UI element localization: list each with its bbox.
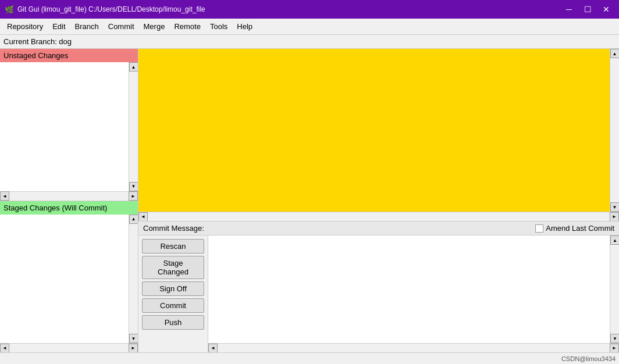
window-controls: ─ ☐ ✕ <box>561 3 614 15</box>
bottom-layout: Rescan Stage Changed Sign Off Commit Pus… <box>138 235 619 352</box>
commit-button[interactable]: Commit <box>142 298 204 313</box>
stage-changed-button[interactable]: Stage Changed <box>142 256 204 279</box>
buttons-column: Rescan Stage Changed Sign Off Commit Pus… <box>138 235 208 352</box>
commit-area: Commit Message: Amend Last Commit Rescan… <box>138 221 619 352</box>
scroll-right-arrow[interactable]: ► <box>129 191 138 201</box>
staged-scroll-up[interactable]: ▲ <box>129 215 138 224</box>
main-content: Unstaged Changes ▲ ▼ ◄ ► Staged Changes … <box>0 49 619 352</box>
amend-label: Amend Last Commit <box>546 224 614 233</box>
menu-help[interactable]: Help <box>232 19 257 34</box>
branch-bar: Current Branch: dog <box>0 35 619 49</box>
diff-scrollbar-v[interactable]: ▲ ▼ <box>610 49 619 212</box>
staged-scroll-right[interactable]: ► <box>129 344 138 353</box>
staged-scroll-down[interactable]: ▼ <box>129 334 138 343</box>
left-panel: Unstaged Changes ▲ ▼ ◄ ► Staged Changes … <box>0 49 138 352</box>
scroll-down-arrow[interactable]: ▼ <box>129 182 138 191</box>
scroll-left-arrow[interactable]: ◄ <box>0 191 9 201</box>
close-button[interactable]: ✕ <box>598 3 614 15</box>
menu-merge[interactable]: Merge <box>139 19 170 34</box>
amend-checkbox[interactable] <box>535 224 543 233</box>
message-scrollbar-v[interactable]: ▲ ▼ <box>610 235 619 343</box>
commit-message-bar: Commit Message: Amend Last Commit <box>138 221 619 235</box>
message-area: ▲ ▼ ◄ ► <box>208 235 619 352</box>
right-panel: ▲ ▼ ◄ ► Commit Message: Amend Last Commi… <box>138 49 619 352</box>
status-bar: CSDN@limou3434 <box>0 352 619 364</box>
menu-bar: Repository Edit Branch Commit Merge Remo… <box>0 19 619 35</box>
unstaged-header: Unstaged Changes <box>0 49 138 62</box>
menu-tools[interactable]: Tools <box>205 19 232 34</box>
window-title: Git Gui (limou_git_file) C:/Users/DELL/D… <box>17 5 205 13</box>
minimize-button[interactable]: ─ <box>561 3 577 15</box>
amend-container: Amend Last Commit <box>535 224 614 233</box>
diff-scroll-left[interactable]: ◄ <box>138 212 148 222</box>
staged-header: Staged Changes (Will Commit) <box>0 201 138 215</box>
menu-repository[interactable]: Repository <box>2 19 48 34</box>
unstaged-panel: Unstaged Changes ▲ ▼ ◄ ► <box>0 49 138 201</box>
menu-branch[interactable]: Branch <box>70 19 104 34</box>
push-button[interactable]: Push <box>142 315 204 330</box>
staged-content[interactable]: ▲ ▼ <box>0 215 138 344</box>
scroll-up-arrow[interactable]: ▲ <box>129 62 138 72</box>
diff-scroll-down[interactable]: ▼ <box>610 202 620 212</box>
app-icon: 🌿 <box>5 5 14 14</box>
msg-scroll-up[interactable]: ▲ <box>610 235 619 245</box>
menu-remote[interactable]: Remote <box>169 19 205 34</box>
staged-scroll-left[interactable]: ◄ <box>0 344 9 353</box>
staged-panel: Staged Changes (Will Commit) ▲ ▼ ◄ ► <box>0 201 138 353</box>
unstaged-scrollbar-v[interactable]: ▲ ▼ <box>129 62 138 191</box>
rescan-button[interactable]: Rescan <box>142 239 204 254</box>
diff-scroll-right[interactable]: ► <box>610 212 619 222</box>
menu-edit[interactable]: Edit <box>48 19 70 34</box>
diff-scrollbar-h[interactable]: ◄ ► <box>138 212 619 221</box>
diff-scroll-up[interactable]: ▲ <box>610 49 620 58</box>
title-bar: 🌿 Git Gui (limou_git_file) C:/Users/DELL… <box>0 0 619 19</box>
staged-scrollbar-h[interactable]: ◄ ► <box>0 343 138 352</box>
unstaged-content[interactable]: ▲ ▼ <box>0 62 138 191</box>
msg-scrollbar-h[interactable]: ◄ ► <box>208 343 619 352</box>
sign-off-button[interactable]: Sign Off <box>142 281 204 296</box>
menu-commit[interactable]: Commit <box>104 19 139 34</box>
staged-scrollbar-v[interactable]: ▲ ▼ <box>129 215 138 344</box>
status-text: CSDN@limou3434 <box>561 355 616 362</box>
msg-scroll-left[interactable]: ◄ <box>208 344 218 353</box>
current-branch-label: Current Branch: dog <box>3 37 72 46</box>
diff-area: ▲ ▼ <box>138 49 619 212</box>
unstaged-scrollbar-h[interactable]: ◄ ► <box>0 191 138 201</box>
msg-scroll-right[interactable]: ► <box>610 344 619 353</box>
commit-message-label: Commit Message: <box>143 224 204 233</box>
msg-scroll-down[interactable]: ▼ <box>610 334 619 343</box>
maximize-button[interactable]: ☐ <box>579 3 596 15</box>
commit-message-textarea[interactable] <box>208 235 619 343</box>
